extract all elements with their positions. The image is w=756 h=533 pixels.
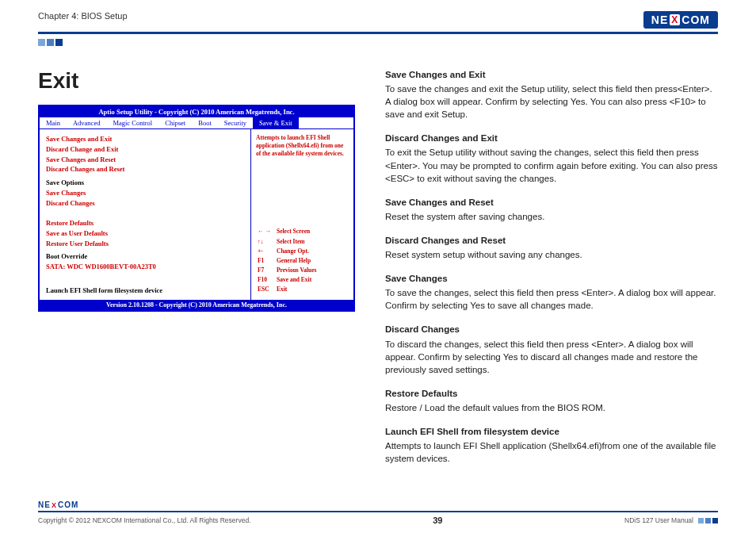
footer-copyright: Copyright © 2012 NEXCOM International Co… <box>38 516 250 524</box>
page-footer: NEXCOM Copyright © 2012 NEXCOM Internati… <box>38 500 718 525</box>
footer-squares-icon <box>698 518 718 523</box>
page-title: Exit <box>38 68 355 94</box>
bios-tab-advanced[interactable]: Advanced <box>67 117 106 128</box>
section-body: To discard the changes, select this fiel… <box>385 338 718 376</box>
section-heading: Discard Changes and Exit <box>385 132 718 144</box>
bios-group-label: Save Options <box>46 178 244 188</box>
decorative-squares <box>38 39 718 46</box>
bios-item[interactable]: Save Changes <box>46 188 244 198</box>
bios-boot-device[interactable]: SATA: WDC WD1600BEVT-00A23T0 <box>46 262 244 272</box>
bios-item[interactable]: Save Changes and Exit <box>46 134 244 144</box>
section-heading: Discard Changes <box>385 323 718 336</box>
bios-screenshot: Aptio Setup Utility - Copyright (C) 2010… <box>38 105 355 312</box>
bios-key-help: ← →Select Screen ↑↓Select Item +-Change … <box>256 226 349 295</box>
section-body: To save the changes and exit the Setup u… <box>385 82 718 121</box>
page-number: 39 <box>433 516 442 525</box>
bios-menu: Save Changes and Exit Discard Change and… <box>40 129 250 300</box>
logo-x-icon: X <box>670 14 680 25</box>
bios-item[interactable]: Discard Changes <box>46 198 244 209</box>
section-heading: Restore Defaults <box>385 387 718 400</box>
section-body: Attempts to launch EFI Shell application… <box>385 439 718 465</box>
section-heading: Save Changes <box>385 272 718 285</box>
bios-tab-main[interactable]: Main <box>40 117 67 128</box>
section-body: To save the changes, select this field t… <box>385 286 718 312</box>
bios-tab-boot[interactable]: Boot <box>192 117 218 128</box>
bios-version-bar: Version 2.10.1208 - Copyright (C) 2010 A… <box>40 300 353 310</box>
bios-tab-chipset[interactable]: Chipset <box>158 117 192 128</box>
bios-tab-magic[interactable]: Magic Control <box>106 117 158 128</box>
section-heading: Discard Changes and Reset <box>385 234 718 247</box>
section-heading: Save Changes and Reset <box>385 196 718 209</box>
bios-launch-efi[interactable]: Launch EFI Shell form filesystem device <box>46 286 244 296</box>
chapter-title: Chapter 4: BIOS Setup <box>38 11 128 21</box>
footer-logo: NEXCOM <box>38 500 718 509</box>
bios-item[interactable]: Save as User Defaults <box>46 228 244 239</box>
section-body: Reset the system after saving changes. <box>385 210 718 223</box>
footer-manual: NDiS 127 User Manual <box>624 516 693 524</box>
description-column: Save Changes and ExitTo save the changes… <box>385 68 718 476</box>
bios-group-label: Boot Override <box>46 251 244 262</box>
section-body: Reset system setup without saving any ch… <box>385 248 718 261</box>
bios-item[interactable]: Discard Changes and Reset <box>46 164 244 174</box>
bios-tab-security[interactable]: Security <box>218 117 253 128</box>
section-heading: Save Changes and Exit <box>385 68 718 81</box>
header-bar: Chapter 4: BIOS Setup NE X COM <box>38 11 718 34</box>
bios-item[interactable]: Restore User Defaults <box>46 239 244 249</box>
bios-item[interactable]: Discard Change and Exit <box>46 144 244 155</box>
section-body: Restore / Load the default values from t… <box>385 401 718 414</box>
bios-tabs: Main Advanced Magic Control Chipset Boot… <box>40 117 353 129</box>
bios-item[interactable]: Restore Defaults <box>46 218 244 228</box>
section-heading: Launch EFI Shell from filesystem device <box>385 425 718 438</box>
bios-title-bar: Aptio Setup Utility - Copyright (C) 2010… <box>40 106 353 117</box>
section-body: To exit the Setup utility without saving… <box>385 146 718 184</box>
footer-logo-x-icon: X <box>52 501 57 509</box>
bios-tab-save-exit[interactable]: Save & Exit <box>253 117 299 128</box>
nexcom-logo: NE X COM <box>643 11 718 29</box>
bios-item[interactable]: Save Changes and Reset <box>46 155 244 165</box>
bios-help-text: Attempts to launch EFI Shell application… <box>256 134 349 158</box>
